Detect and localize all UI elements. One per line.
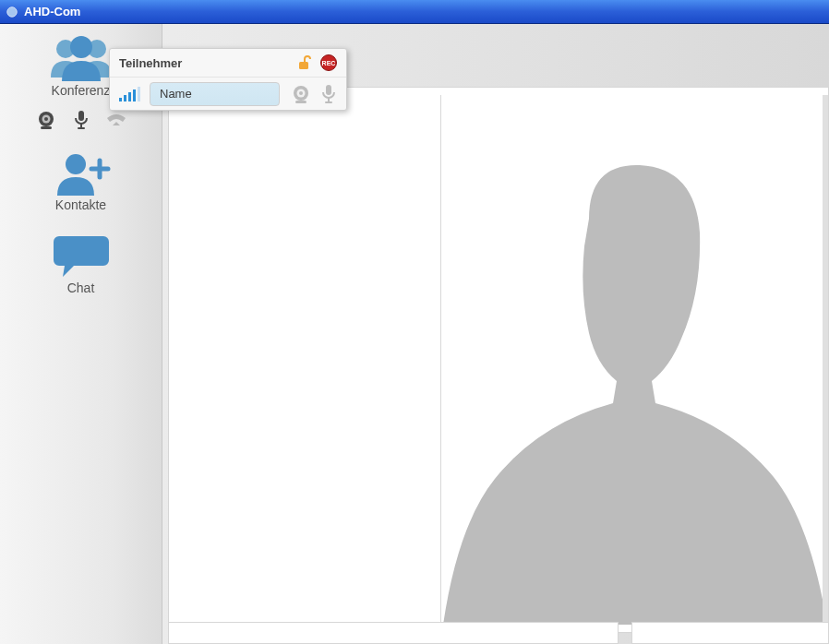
svg-rect-20 (328, 98, 330, 101)
svg-rect-7 (41, 126, 52, 129)
conference-icon (47, 33, 115, 81)
chat-icon (54, 233, 109, 279)
svg-rect-9 (80, 124, 82, 127)
sidebar-item-contacts[interactable]: Kontakte (0, 148, 162, 216)
participant-row: Name (110, 77, 346, 110)
svg-rect-18 (295, 101, 306, 103)
sidebar-item-label: Konferenz (52, 83, 111, 98)
unlock-icon (296, 54, 313, 71)
video-frame (168, 87, 829, 633)
record-button[interactable]: REC (320, 54, 337, 71)
participant-name: Name (160, 87, 192, 101)
video-scrollbar[interactable] (823, 95, 828, 625)
microphone-button[interactable] (70, 109, 92, 131)
video-canvas (176, 95, 828, 625)
svg-point-0 (7, 6, 18, 17)
participant-webcam-button[interactable] (289, 82, 313, 106)
svg-rect-8 (78, 111, 84, 121)
microphone-icon (320, 84, 337, 104)
conference-toolbar (35, 109, 127, 131)
svg-rect-14 (299, 62, 308, 69)
sidebar-item-chat[interactable]: Chat (0, 229, 162, 299)
window-title: AHD-Com (24, 5, 80, 18)
phone-down-icon (105, 111, 127, 129)
svg-point-6 (44, 117, 48, 121)
svg-rect-10 (78, 127, 85, 129)
avatar-placeholder (440, 95, 828, 625)
person-silhouette-icon (441, 108, 828, 625)
app-icon (6, 6, 18, 18)
hangup-button[interactable] (105, 109, 127, 131)
svg-rect-21 (325, 101, 332, 103)
bottom-panel-right (631, 622, 829, 644)
svg-point-3 (70, 36, 92, 58)
add-contact-icon (52, 151, 111, 196)
svg-point-17 (299, 91, 303, 95)
webcam-icon (291, 84, 311, 104)
bottom-panel-left (168, 622, 619, 644)
microphone-icon (72, 110, 90, 130)
sidebar: Konferenz (0, 24, 162, 644)
main-area: Teilnehmer REC Name (162, 24, 829, 644)
participant-mic-button[interactable] (317, 82, 341, 106)
sidebar-item-label: Kontakte (55, 197, 106, 212)
svg-rect-19 (326, 85, 331, 95)
participants-title: Teilnehmer (119, 56, 182, 70)
participants-header: Teilnehmer REC (110, 49, 346, 77)
webcam-icon (36, 110, 56, 130)
participant-name-field[interactable]: Name (150, 82, 280, 106)
signal-strength-icon (119, 87, 140, 101)
bottom-strip (168, 622, 829, 644)
record-icon: REC (320, 54, 337, 71)
unlock-button[interactable] (296, 54, 313, 71)
svg-point-11 (66, 154, 86, 174)
window-titlebar: AHD-Com (0, 0, 829, 24)
webcam-button[interactable] (35, 109, 57, 131)
sidebar-item-label: Chat (67, 280, 95, 295)
participants-panel: Teilnehmer REC Name (109, 48, 347, 111)
